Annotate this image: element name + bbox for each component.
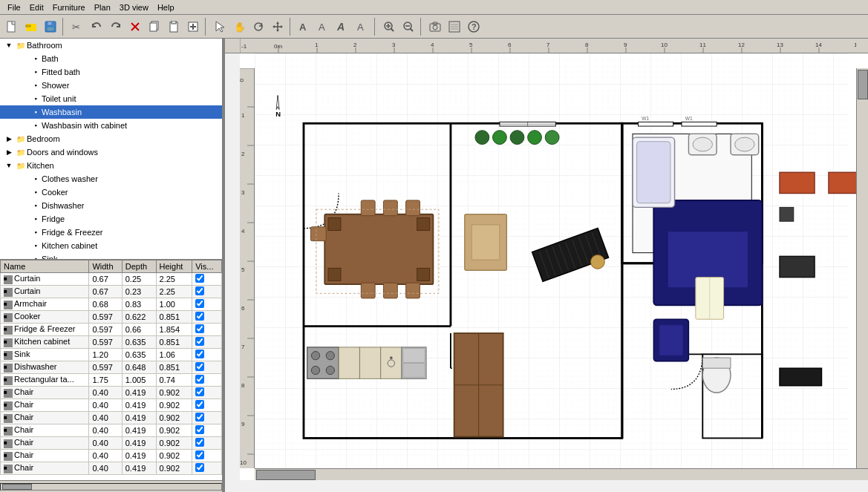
table-row[interactable]: ■Chair0.400.4190.902 [1,399,222,412]
table-row[interactable]: ■Cooker0.5970.6220.851 [1,311,222,324]
visibility-checkbox[interactable] [195,400,204,409]
col-depth[interactable]: Depth [122,260,156,273]
table-row[interactable]: ■Curtain0.670.232.25 [1,286,222,298]
col-vis[interactable]: Vis... [192,260,222,273]
select-tool[interactable] [211,18,229,36]
table-row[interactable]: ■Kitchen cabinet0.5970.6350.851 [1,336,222,349]
tree-clothes-washer[interactable]: ▪ Clothes washer [0,172,222,186]
cell-visibility[interactable] [192,286,222,298]
cell-visibility[interactable] [192,387,222,399]
tree-cooker[interactable]: ▪ Cooker [0,186,222,199]
doors-toggle[interactable]: ▶ [3,146,15,158]
camera-button[interactable] [426,18,444,36]
menu-file[interactable]: File [3,1,25,13]
copy-button[interactable] [146,18,163,36]
visibility-checkbox[interactable] [195,350,204,358]
redo-button[interactable] [107,18,125,36]
help-button[interactable]: ? [465,18,483,36]
bedroom-toggle[interactable]: ▶ [3,133,15,145]
cell-visibility[interactable] [192,361,222,374]
visibility-checkbox[interactable] [195,312,204,321]
cell-visibility[interactable] [192,462,222,475]
visibility-checkbox[interactable] [195,286,204,295]
cell-visibility[interactable] [192,399,222,412]
table-row[interactable]: ■Curtain0.670.252.25 [1,273,222,286]
table-row[interactable]: ■Chair0.400.4190.902 [1,437,222,450]
tree-fitted-bath[interactable]: ▪ Fitted bath [0,65,222,79]
export-button[interactable] [446,18,463,36]
cell-visibility[interactable] [192,424,222,437]
menu-help[interactable]: Help [153,1,179,13]
tree-sink[interactable]: ▪ Sink [0,252,222,260]
furniture-tree[interactable]: ▼ 📁 Bathroom ▪ Bath ▪ Fitted bath ▪ Show… [0,39,222,260]
add-object-button[interactable] [184,18,202,36]
tree-kitchen[interactable]: ▼ 📁 Kitchen [0,159,222,172]
floor-plan-area[interactable]: -1 0m 1 2 3 4 5 6 7 [225,39,868,492]
cell-visibility[interactable] [192,374,222,387]
visibility-checkbox[interactable] [195,324,204,333]
tree-washbasin-cabinet[interactable]: ▪ Washbasin with cabinet [0,119,222,132]
new-button[interactable] [3,18,21,36]
kitchen-toggle[interactable]: ▼ [3,160,15,171]
visibility-checkbox[interactable] [195,362,204,371]
table-row[interactable]: ■Chair0.400.4190.902 [1,412,222,424]
left-panel-scrollbar[interactable] [0,480,222,492]
visibility-checkbox[interactable] [195,274,204,283]
cell-visibility[interactable] [192,349,222,361]
table-row[interactable]: ■Sink1.200.6351.06 [1,349,222,361]
visibility-checkbox[interactable] [195,337,204,346]
menu-edit[interactable]: Edit [25,1,48,13]
visibility-checkbox[interactable] [195,450,204,459]
horizontal-scrollbar[interactable] [255,468,868,480]
properties-table[interactable]: Name Width Depth Height Vis... ■Curtain0… [0,260,222,480]
table-row[interactable]: ■Chair0.400.4190.902 [1,424,222,437]
cell-visibility[interactable] [192,437,222,450]
floorplan-svg[interactable]: N [255,53,856,480]
visibility-checkbox[interactable] [195,438,204,447]
tree-bath[interactable]: ▪ Bath [0,52,222,65]
tree-kitchen-cabinet[interactable]: ▪ Kitchen cabinet [0,239,222,252]
tree-fridge-freezer[interactable]: ▪ Fridge & Freezer [0,226,222,239]
table-row[interactable]: ■Fridge & Freezer0.5970.661.854 [1,324,222,336]
text-a-button[interactable]: A [296,18,313,36]
zoom-out-button[interactable] [399,18,417,36]
table-row[interactable]: ■Chair0.400.4190.902 [1,387,222,399]
visibility-checkbox[interactable] [195,299,204,308]
menu-3dview[interactable]: 3D view [115,1,153,13]
table-row[interactable]: ■Chair0.400.4190.902 [1,450,222,462]
save-button[interactable] [42,18,59,36]
tree-shower[interactable]: ▪ Shower [0,79,222,92]
pan-tool[interactable]: ✋ [230,18,248,36]
tree-fridge[interactable]: ▪ Fridge [0,212,222,226]
table-row[interactable]: ■Chair0.400.4190.902 [1,462,222,475]
open-button[interactable] [22,18,40,36]
cell-visibility[interactable] [192,450,222,462]
move-tool[interactable] [269,18,287,36]
tree-bedroom[interactable]: ▶ 📁 Bedroom [0,132,222,145]
menu-plan[interactable]: Plan [90,1,115,13]
cell-visibility[interactable] [192,336,222,349]
undo-button[interactable] [88,18,105,36]
visibility-checkbox[interactable] [195,375,204,384]
tree-dishwasher[interactable]: ▪ Dishwasher [0,199,222,212]
visibility-checkbox[interactable] [195,387,204,396]
cell-visibility[interactable] [192,298,222,311]
tree-bathroom[interactable]: ▼ 📁 Bathroom [0,39,222,52]
cell-visibility[interactable] [192,311,222,324]
cell-visibility[interactable] [192,324,222,336]
menu-furniture[interactable]: Furniture [48,1,90,13]
col-width[interactable]: Width [89,260,122,273]
table-row[interactable]: ■Rectangular ta...1.751.0050.74 [1,374,222,387]
col-name[interactable]: Name [1,260,89,273]
rotate-tool[interactable] [249,18,267,36]
visibility-checkbox[interactable] [195,413,204,422]
delete-button[interactable] [126,18,144,36]
paste-button[interactable] [165,18,183,36]
tree-washbasin[interactable]: ▪ Washbasin [0,105,222,119]
cell-visibility[interactable] [192,412,222,424]
table-row[interactable]: ■Dishwasher0.5970.6480.851 [1,361,222,374]
visibility-checkbox[interactable] [195,463,204,472]
zoom-in-button[interactable] [380,18,398,36]
text-c-button[interactable]: A [334,18,352,36]
vertical-scrollbar[interactable] [856,68,868,468]
